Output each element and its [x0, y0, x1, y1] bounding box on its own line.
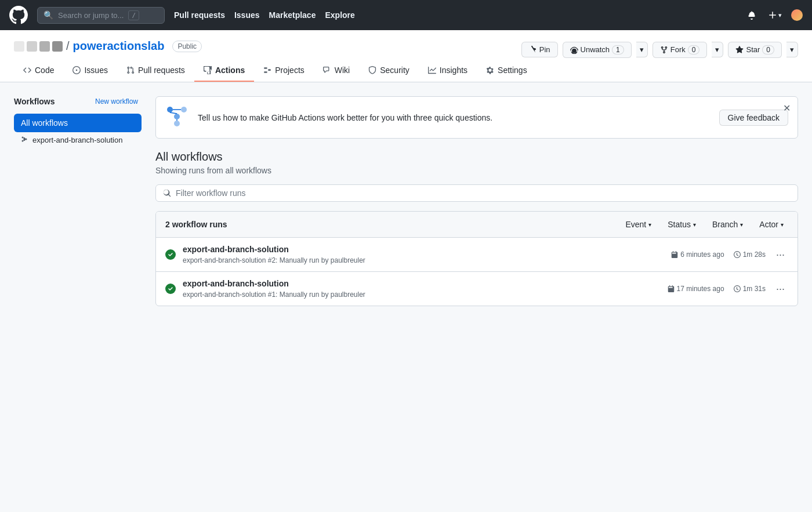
breadcrumb-sep: / [66, 39, 70, 53]
event-filter-caret: ▾ [648, 221, 651, 228]
filter-bar [155, 184, 798, 202]
svg-point-4 [174, 114, 180, 119]
tab-issues[interactable]: Issues [63, 60, 117, 82]
nav-pull-requests[interactable]: Pull requests [174, 10, 225, 20]
workflows-subtitle: Showing runs from all workflows [155, 166, 798, 175]
svg-line-8 [170, 112, 177, 114]
star-count: 0 [762, 45, 774, 55]
svg-point-1 [22, 140, 24, 142]
tab-code[interactable]: Code [14, 60, 63, 82]
fork-dropdown-btn[interactable]: ▾ [712, 42, 723, 57]
search-placeholder: Search or jump to... [58, 11, 124, 20]
github-logo[interactable] [9, 6, 28, 24]
top-nav-right: ▾ [745, 8, 803, 22]
calendar-icon-2 [668, 285, 675, 292]
all-workflows-link[interactable]: All workflows [14, 114, 142, 132]
tab-issues-label: Issues [84, 66, 107, 75]
run-meta-2: export-and-branch-solution #1: Manually … [183, 291, 365, 299]
top-nav-links: Pull requests Issues Marketplace Explore [174, 10, 355, 20]
status-filter[interactable]: Status ▾ [663, 217, 701, 231]
run-status-success-2 [165, 284, 176, 294]
run-info-2: export-and-branch-solution export-and-br… [183, 279, 661, 299]
give-feedback-btn[interactable]: Give feedback [719, 110, 789, 126]
nav-marketplace[interactable]: Marketplace [269, 10, 316, 20]
add-btn[interactable]: ▾ [766, 8, 784, 22]
visibility-badge: Public [172, 41, 202, 52]
star-label: Star [746, 45, 760, 54]
svg-point-5 [181, 107, 187, 112]
run-duration-text-1: 1m 28s [743, 250, 766, 259]
workflows-title: All workflows [155, 150, 798, 164]
run-more-btn-2[interactable]: ··· [773, 281, 788, 296]
sidebar-header: Workflows New workflow [14, 96, 142, 107]
svg-point-0 [22, 137, 24, 139]
tab-wiki[interactable]: Wiki [314, 60, 359, 82]
clock-icon-1 [734, 251, 741, 258]
pin-btn[interactable]: Pin [521, 42, 558, 57]
watch-dropdown-btn[interactable]: ▾ [636, 42, 648, 57]
all-workflows-label: All workflows [21, 118, 68, 128]
actor-filter-label: Actor [759, 220, 778, 229]
run-status-success-1 [165, 249, 176, 260]
tab-pull-requests[interactable]: Pull requests [117, 60, 194, 82]
tab-settings-label: Settings [498, 66, 527, 75]
run-time-1: 6 minutes ago [671, 250, 724, 259]
tab-wiki-label: Wiki [335, 66, 350, 75]
star-dropdown-btn[interactable]: ▾ [786, 42, 798, 57]
filter-search-icon [163, 189, 171, 197]
new-workflow-btn[interactable]: New workflow [92, 96, 142, 107]
tab-projects[interactable]: Projects [254, 60, 314, 82]
run-duration-1: 1m 28s [734, 250, 766, 259]
tab-actions-label: Actions [215, 66, 245, 75]
tab-insights[interactable]: Insights [419, 60, 477, 82]
tab-security-label: Security [380, 66, 409, 75]
filter-input[interactable] [176, 188, 791, 198]
fork-btn[interactable]: Fork 0 [652, 42, 708, 58]
nav-issues[interactable]: Issues [234, 10, 260, 20]
calendar-icon-1 [671, 251, 678, 258]
nav-explore[interactable]: Explore [325, 10, 354, 20]
notifications-btn[interactable] [745, 8, 759, 22]
search-box[interactable]: 🔍 Search or jump to... / [37, 7, 165, 24]
breadcrumb: / poweractionslab Public [14, 39, 202, 53]
run-time-2: 17 minutes ago [668, 285, 724, 293]
tab-security[interactable]: Security [359, 60, 419, 82]
run-details-1: 6 minutes ago 1m 28s [671, 250, 766, 259]
runs-table: 2 workflow runs Event ▾ Status ▾ Branch … [155, 211, 798, 306]
run-row-1: export-and-branch-solution export-and-br… [156, 238, 798, 272]
top-nav: 🔍 Search or jump to... / Pull requests I… [0, 0, 812, 30]
avatar[interactable] [791, 9, 803, 21]
tab-pr-label: Pull requests [138, 66, 185, 75]
run-name-2[interactable]: export-and-branch-solution [183, 279, 661, 288]
event-filter-label: Event [625, 220, 646, 229]
repo-actions: Pin Unwatch 1 ▾ Fork 0 ▾ Star 0 ▾ [521, 42, 798, 58]
branch-filter[interactable]: Branch ▾ [708, 217, 748, 231]
actor-filter[interactable]: Actor ▾ [755, 217, 788, 231]
star-btn[interactable]: Star 0 [728, 42, 782, 58]
close-banner-btn[interactable]: ✕ [783, 104, 791, 113]
tab-actions[interactable]: Actions [194, 60, 254, 82]
run-meta-1: export-and-branch-solution #2: Manually … [183, 256, 365, 264]
sidebar-title: Workflows [14, 97, 55, 106]
tab-settings[interactable]: Settings [477, 60, 536, 82]
runs-table-header: 2 workflow runs Event ▾ Status ▾ Branch … [156, 212, 798, 238]
repo-name-link[interactable]: poweractionslab [73, 39, 165, 53]
watch-count: 1 [612, 45, 624, 55]
runs-count: 2 workflow runs [165, 220, 621, 229]
svg-point-3 [167, 107, 173, 112]
run-info-1: export-and-branch-solution export-and-br… [183, 245, 664, 264]
fork-count: 0 [688, 45, 700, 55]
run-name-1[interactable]: export-and-branch-solution [183, 245, 664, 254]
watch-btn[interactable]: Unwatch 1 [563, 42, 632, 58]
event-filter[interactable]: Event ▾ [621, 217, 656, 231]
run-more-btn-1[interactable]: ··· [773, 247, 788, 262]
tab-projects-label: Projects [275, 66, 304, 75]
status-filter-caret: ▾ [693, 221, 696, 228]
feedback-icon [165, 105, 188, 130]
run-details-2: 17 minutes ago 1m 31s [668, 285, 766, 293]
workflow-item[interactable]: export-and-branch-solution [14, 132, 142, 148]
watch-label: Unwatch [581, 45, 610, 54]
feedback-text: Tell us how to make GitHub Actions work … [198, 113, 710, 122]
pin-label: Pin [539, 45, 550, 54]
search-icon: 🔍 [44, 10, 53, 20]
